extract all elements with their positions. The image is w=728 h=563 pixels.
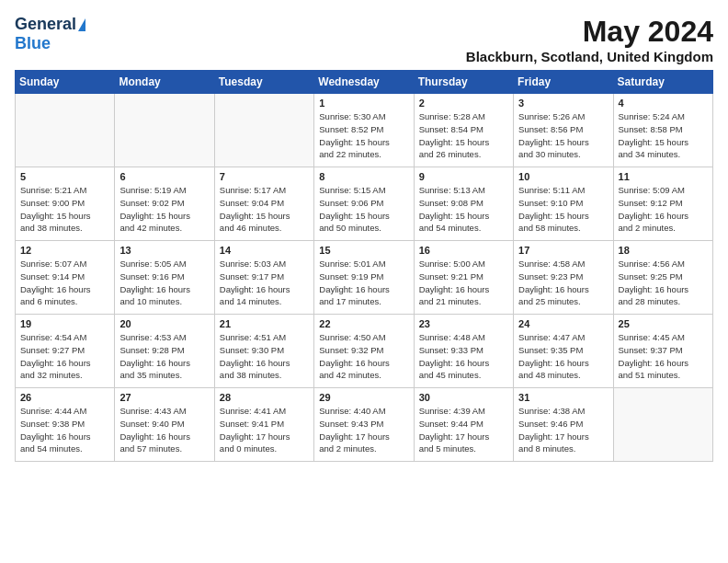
day-detail: Sunrise: 4:56 AM Sunset: 9:25 PM Dayligh… (619, 258, 708, 308)
calendar-week-row: 12Sunrise: 5:07 AM Sunset: 9:14 PM Dayli… (16, 241, 713, 315)
day-number: 26 (20, 392, 109, 403)
day-detail: Sunrise: 4:40 AM Sunset: 9:43 PM Dayligh… (319, 405, 408, 455)
calendar-day-cell: 2Sunrise: 5:28 AM Sunset: 8:54 PM Daylig… (414, 94, 513, 167)
day-number: 1 (319, 98, 408, 109)
calendar-day-cell (214, 94, 313, 167)
day-number: 24 (518, 318, 608, 329)
day-of-week-header: Tuesday (214, 71, 313, 94)
day-of-week-header: Sunday (16, 71, 115, 94)
day-number: 18 (619, 245, 708, 256)
calendar-day-cell: 31Sunrise: 4:38 AM Sunset: 9:46 PM Dayli… (514, 388, 613, 462)
calendar-day-cell: 13Sunrise: 5:05 AM Sunset: 9:16 PM Dayli… (115, 241, 214, 315)
calendar-day-cell: 14Sunrise: 5:03 AM Sunset: 9:17 PM Dayli… (214, 241, 313, 315)
day-of-week-header: Thursday (414, 71, 513, 94)
day-detail: Sunrise: 5:11 AM Sunset: 9:10 PM Dayligh… (518, 184, 608, 235)
day-number: 2 (419, 98, 508, 109)
day-number: 20 (119, 318, 209, 329)
day-detail: Sunrise: 5:05 AM Sunset: 9:16 PM Dayligh… (119, 258, 209, 308)
calendar-day-cell: 28Sunrise: 4:41 AM Sunset: 9:41 PM Dayli… (214, 388, 313, 462)
day-detail: Sunrise: 4:43 AM Sunset: 9:40 PM Dayligh… (119, 405, 209, 455)
calendar-day-cell: 26Sunrise: 4:44 AM Sunset: 9:38 PM Dayli… (16, 388, 115, 462)
day-number: 29 (319, 392, 408, 403)
calendar-day-cell: 24Sunrise: 4:47 AM Sunset: 9:35 PM Dayli… (514, 315, 613, 388)
calendar-day-cell: 11Sunrise: 5:09 AM Sunset: 9:12 PM Dayli… (613, 167, 712, 241)
calendar-day-cell: 27Sunrise: 4:43 AM Sunset: 9:40 PM Dayli… (115, 388, 214, 462)
calendar-day-cell: 23Sunrise: 4:48 AM Sunset: 9:33 PM Dayli… (414, 315, 513, 388)
calendar-day-cell: 12Sunrise: 5:07 AM Sunset: 9:14 PM Dayli… (16, 241, 115, 315)
day-number: 4 (619, 98, 708, 109)
day-number: 30 (419, 392, 508, 403)
calendar-day-cell: 6Sunrise: 5:19 AM Sunset: 9:02 PM Daylig… (115, 167, 214, 241)
day-detail: Sunrise: 5:00 AM Sunset: 9:21 PM Dayligh… (419, 258, 508, 308)
calendar-day-cell: 7Sunrise: 5:17 AM Sunset: 9:04 PM Daylig… (214, 167, 313, 241)
calendar-day-cell: 16Sunrise: 5:00 AM Sunset: 9:21 PM Dayli… (414, 241, 513, 315)
day-number: 7 (220, 171, 309, 182)
day-detail: Sunrise: 5:21 AM Sunset: 9:00 PM Dayligh… (20, 184, 109, 235)
day-number: 3 (518, 98, 608, 109)
day-number: 10 (518, 171, 608, 182)
day-detail: Sunrise: 4:53 AM Sunset: 9:28 PM Dayligh… (119, 331, 209, 382)
calendar-table: SundayMondayTuesdayWednesdayThursdayFrid… (15, 70, 713, 462)
calendar-week-row: 26Sunrise: 4:44 AM Sunset: 9:38 PM Dayli… (16, 388, 713, 462)
day-number: 9 (419, 171, 508, 182)
day-detail: Sunrise: 5:19 AM Sunset: 9:02 PM Dayligh… (119, 184, 209, 235)
day-number: 25 (619, 318, 708, 329)
day-detail: Sunrise: 5:09 AM Sunset: 9:12 PM Dayligh… (619, 184, 708, 235)
calendar-week-row: 19Sunrise: 4:54 AM Sunset: 9:27 PM Dayli… (16, 315, 713, 388)
calendar-day-cell: 21Sunrise: 4:51 AM Sunset: 9:30 PM Dayli… (214, 315, 313, 388)
day-detail: Sunrise: 4:47 AM Sunset: 9:35 PM Dayligh… (518, 331, 608, 382)
calendar-week-row: 1Sunrise: 5:30 AM Sunset: 8:52 PM Daylig… (16, 94, 713, 167)
day-number: 11 (619, 171, 708, 182)
logo-blue-text: Blue (15, 34, 51, 53)
calendar-day-cell: 4Sunrise: 5:24 AM Sunset: 8:58 PM Daylig… (613, 94, 712, 167)
logo: General Blue (15, 15, 85, 53)
day-detail: Sunrise: 5:03 AM Sunset: 9:17 PM Dayligh… (220, 258, 309, 308)
day-number: 21 (220, 318, 309, 329)
day-number: 17 (518, 245, 608, 256)
calendar-day-cell: 10Sunrise: 5:11 AM Sunset: 9:10 PM Dayli… (514, 167, 613, 241)
day-number: 13 (119, 245, 209, 256)
calendar-day-cell: 5Sunrise: 5:21 AM Sunset: 9:00 PM Daylig… (16, 167, 115, 241)
calendar-day-cell: 1Sunrise: 5:30 AM Sunset: 8:52 PM Daylig… (314, 94, 414, 167)
month-title: May 2024 (466, 15, 713, 49)
calendar-day-cell: 29Sunrise: 4:40 AM Sunset: 9:43 PM Dayli… (314, 388, 414, 462)
calendar-day-cell: 20Sunrise: 4:53 AM Sunset: 9:28 PM Dayli… (115, 315, 214, 388)
day-number: 28 (220, 392, 309, 403)
logo-icon (78, 18, 85, 31)
day-of-week-header: Wednesday (314, 71, 414, 94)
calendar-day-cell: 18Sunrise: 4:56 AM Sunset: 9:25 PM Dayli… (613, 241, 712, 315)
page-header: General Blue May 2024 Blackburn, Scotlan… (15, 15, 713, 64)
title-block: May 2024 Blackburn, Scotland, United Kin… (466, 15, 713, 64)
day-number: 6 (119, 171, 209, 182)
day-detail: Sunrise: 4:45 AM Sunset: 9:37 PM Dayligh… (619, 331, 708, 382)
day-detail: Sunrise: 4:54 AM Sunset: 9:27 PM Dayligh… (20, 331, 109, 382)
day-detail: Sunrise: 5:15 AM Sunset: 9:06 PM Dayligh… (319, 184, 408, 235)
calendar-day-cell (16, 94, 115, 167)
day-detail: Sunrise: 4:58 AM Sunset: 9:23 PM Dayligh… (518, 258, 608, 308)
day-detail: Sunrise: 5:28 AM Sunset: 8:54 PM Dayligh… (419, 110, 508, 161)
day-detail: Sunrise: 5:26 AM Sunset: 8:56 PM Dayligh… (518, 110, 608, 161)
day-detail: Sunrise: 5:13 AM Sunset: 9:08 PM Dayligh… (419, 184, 508, 235)
calendar-day-cell: 15Sunrise: 5:01 AM Sunset: 9:19 PM Dayli… (314, 241, 414, 315)
calendar-day-cell: 30Sunrise: 4:39 AM Sunset: 9:44 PM Dayli… (414, 388, 513, 462)
day-of-week-header: Friday (514, 71, 613, 94)
calendar-week-row: 5Sunrise: 5:21 AM Sunset: 9:00 PM Daylig… (16, 167, 713, 241)
day-number: 27 (119, 392, 209, 403)
calendar-day-cell: 8Sunrise: 5:15 AM Sunset: 9:06 PM Daylig… (314, 167, 414, 241)
calendar-day-cell: 17Sunrise: 4:58 AM Sunset: 9:23 PM Dayli… (514, 241, 613, 315)
day-detail: Sunrise: 4:48 AM Sunset: 9:33 PM Dayligh… (419, 331, 508, 382)
day-number: 15 (319, 245, 408, 256)
calendar-day-cell: 25Sunrise: 4:45 AM Sunset: 9:37 PM Dayli… (613, 315, 712, 388)
day-detail: Sunrise: 5:24 AM Sunset: 8:58 PM Dayligh… (619, 110, 708, 161)
calendar-header-row: SundayMondayTuesdayWednesdayThursdayFrid… (16, 71, 713, 94)
calendar-day-cell: 3Sunrise: 5:26 AM Sunset: 8:56 PM Daylig… (514, 94, 613, 167)
day-detail: Sunrise: 4:50 AM Sunset: 9:32 PM Dayligh… (319, 331, 408, 382)
day-detail: Sunrise: 5:17 AM Sunset: 9:04 PM Dayligh… (220, 184, 309, 235)
day-number: 23 (419, 318, 508, 329)
day-number: 16 (419, 245, 508, 256)
day-detail: Sunrise: 5:01 AM Sunset: 9:19 PM Dayligh… (319, 258, 408, 308)
calendar-day-cell (115, 94, 214, 167)
day-detail: Sunrise: 4:41 AM Sunset: 9:41 PM Dayligh… (220, 405, 309, 455)
day-of-week-header: Monday (115, 71, 214, 94)
day-detail: Sunrise: 4:38 AM Sunset: 9:46 PM Dayligh… (518, 405, 608, 455)
